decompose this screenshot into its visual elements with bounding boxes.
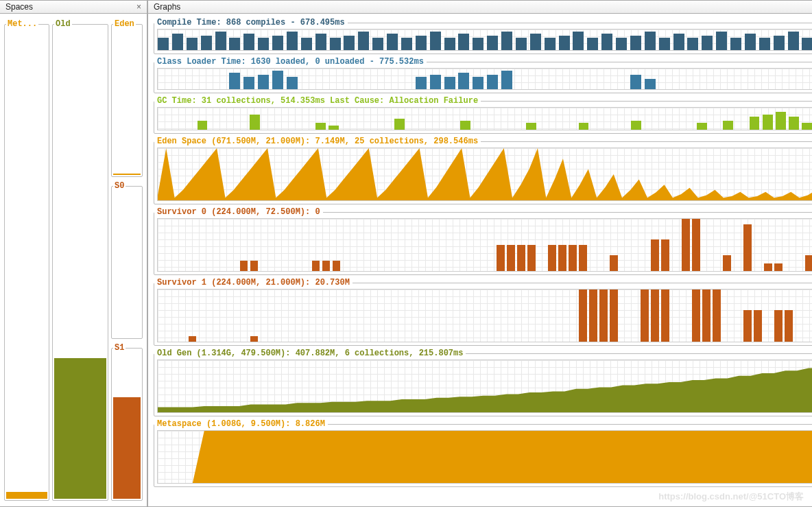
graph-metaspace: Metaspace (1.008G, 9.500M): 8.826M — [154, 419, 812, 487]
graph-label: Class Loader Time: 1630 loaded, 0 unload… — [154, 57, 427, 67]
graph-gc: GC Time: 31 collections, 514.353ms Last … — [154, 96, 812, 134]
graph-compile: Compile Time: 868 compiles - 678.495ms — [154, 18, 812, 54]
space-s1: S1 — [111, 343, 143, 501]
spaces-panel: Spaces × Met... Old Eden S0 S1 — [0, 0, 147, 507]
chart-compile — [157, 29, 812, 51]
space-label: S1 — [113, 343, 126, 353]
graph-eden: Eden Space (671.500M, 21.000M): 7.149M, … — [154, 137, 812, 204]
graph-label: Compile Time: 868 compiles - 678.495ms — [154, 18, 348, 27]
chart-oldgen — [157, 359, 812, 413]
graphs-title: Graphs — [154, 2, 180, 12]
graph-classloader: Class Loader Time: 1630 loaded, 0 unload… — [154, 57, 812, 93]
chart-metaspace — [157, 430, 812, 484]
spaces-header: Spaces × — [0, 0, 147, 14]
graph-label: Eden Space (671.500M, 21.000M): 7.149M, … — [154, 137, 481, 146]
space-label: Eden — [113, 19, 136, 29]
graph-s1: Survivor 1 (224.000M, 21.000M): 20.730M — [154, 278, 812, 346]
graphs-header: Graphs × — [148, 0, 812, 14]
svg-marker-0 — [158, 148, 812, 200]
graph-label: GC Time: 31 collections, 514.353ms Last … — [154, 96, 481, 106]
graph-label: Survivor 1 (224.000M, 21.000M): 20.730M — [154, 278, 353, 287]
space-label: Met... — [6, 19, 38, 29]
graph-label: Old Gen (1.314G, 479.500M): 407.882M, 6 … — [154, 349, 466, 358]
chart-s0 — [157, 218, 812, 272]
chart-classloader — [157, 68, 812, 90]
close-icon[interactable]: × — [135, 2, 143, 12]
svg-marker-2 — [158, 431, 812, 483]
space-eden: Eden — [111, 19, 143, 177]
chart-gc — [157, 107, 812, 130]
svg-marker-1 — [158, 363, 812, 412]
spaces-title: Spaces — [5, 2, 33, 12]
graph-label: Metaspace (1.008G, 9.500M): 8.826M — [154, 419, 328, 429]
space-label: Old — [54, 19, 72, 29]
chart-s1 — [157, 289, 812, 342]
space-old: Old — [52, 19, 108, 501]
graphs-panel: Graphs × Compile Time: 868 compiles - 67… — [147, 0, 812, 507]
graph-s0: Survivor 0 (224.000M, 72.500M): 0 — [154, 207, 812, 275]
chart-eden — [157, 148, 812, 201]
space-label: S0 — [113, 181, 126, 191]
space-metaspace: Met... — [4, 19, 49, 501]
graph-label: Survivor 0 (224.000M, 72.500M): 0 — [154, 207, 323, 217]
graph-oldgen: Old Gen (1.314G, 479.500M): 407.882M, 6 … — [154, 349, 812, 416]
space-s0: S0 — [111, 181, 143, 339]
